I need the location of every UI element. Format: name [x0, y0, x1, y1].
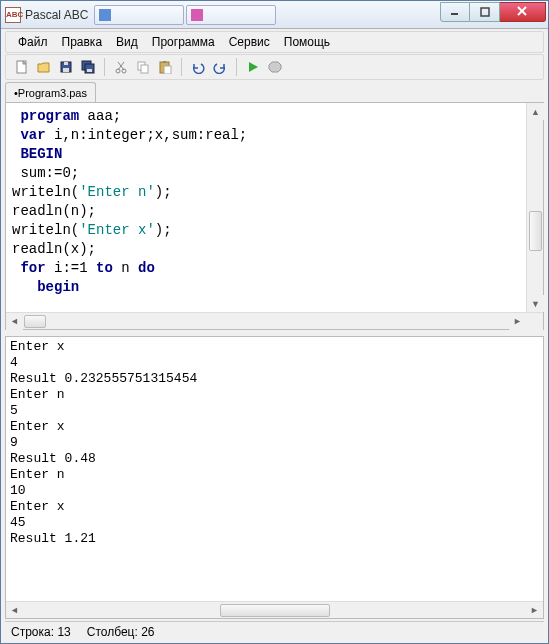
status-row: Строка: 13: [11, 625, 71, 639]
tab-label: [206, 9, 209, 21]
svg-rect-1: [481, 8, 489, 16]
copy-button[interactable]: [133, 57, 153, 77]
svg-rect-16: [141, 65, 148, 73]
scroll-thumb[interactable]: [220, 604, 330, 617]
row-value: 13: [57, 625, 70, 639]
app-icon: ABC: [5, 7, 21, 23]
scroll-right-icon[interactable]: ►: [526, 602, 543, 619]
menubar: Файл Правка Вид Программа Сервис Помощь: [5, 31, 544, 53]
tab-icon: [99, 9, 111, 21]
separator: [104, 58, 105, 76]
scroll-right-icon[interactable]: ►: [509, 313, 526, 330]
maximize-button[interactable]: [470, 2, 500, 22]
scroll-down-icon[interactable]: ▼: [527, 295, 544, 312]
close-button[interactable]: [500, 2, 546, 22]
file-tabs: •Program3.pas: [1, 80, 548, 102]
window-buttons: [440, 2, 546, 22]
svg-rect-10: [87, 69, 92, 72]
taskbar-tabs: [94, 5, 440, 25]
row-label: Строка:: [11, 625, 54, 639]
svg-rect-18: [163, 61, 166, 63]
file-tab[interactable]: •Program3.pas: [5, 82, 96, 102]
editor-hscroll[interactable]: ◄ ►: [6, 312, 543, 329]
scroll-thumb[interactable]: [24, 315, 46, 328]
statusbar: Строка: 13 Столбец: 26: [5, 621, 544, 641]
scroll-corner: [526, 313, 543, 330]
toolbar: [5, 54, 544, 80]
col-value: 26: [141, 625, 154, 639]
tab-label: [114, 9, 117, 21]
output-hscroll[interactable]: ◄ ►: [6, 601, 543, 618]
tab-icon: [191, 9, 203, 21]
open-button[interactable]: [34, 57, 54, 77]
redo-button[interactable]: [210, 57, 230, 77]
minimize-button[interactable]: [440, 2, 470, 22]
menu-view[interactable]: Вид: [110, 33, 144, 51]
scroll-left-icon[interactable]: ◄: [6, 602, 23, 619]
editor-pane: program aaa; var i,n:integer;x,sum:real;…: [5, 102, 544, 330]
editor-vscroll[interactable]: ▲ ▼: [526, 103, 543, 312]
window-title: Pascal ABC: [25, 8, 94, 22]
menu-help[interactable]: Помощь: [278, 33, 336, 51]
svg-rect-19: [164, 66, 171, 74]
undo-button[interactable]: [188, 57, 208, 77]
task-tab[interactable]: [186, 5, 276, 25]
paste-button[interactable]: [155, 57, 175, 77]
file-name: Program3.pas: [18, 87, 87, 99]
svg-rect-7: [64, 62, 68, 65]
run-button[interactable]: [243, 57, 263, 77]
col-label: Столбец:: [87, 625, 138, 639]
save-button[interactable]: [56, 57, 76, 77]
svg-rect-6: [63, 68, 69, 72]
scroll-up-icon[interactable]: ▲: [527, 103, 544, 120]
menu-service[interactable]: Сервис: [223, 33, 276, 51]
stop-button[interactable]: [265, 57, 285, 77]
output-pane: Enter x 4 Result 0.232555751315454 Enter…: [5, 336, 544, 619]
scroll-thumb[interactable]: [529, 211, 542, 251]
output-text[interactable]: Enter x 4 Result 0.232555751315454 Enter…: [6, 337, 543, 601]
separator: [236, 58, 237, 76]
task-tab[interactable]: [94, 5, 184, 25]
app-window: ABC Pascal ABC Файл Правка Вид Программа…: [0, 0, 549, 644]
new-button[interactable]: [12, 57, 32, 77]
scroll-left-icon[interactable]: ◄: [6, 313, 23, 330]
menu-file[interactable]: Файл: [12, 33, 54, 51]
menu-edit[interactable]: Правка: [56, 33, 109, 51]
menu-program[interactable]: Программа: [146, 33, 221, 51]
cut-button[interactable]: [111, 57, 131, 77]
status-col: Столбец: 26: [87, 625, 155, 639]
titlebar[interactable]: ABC Pascal ABC: [1, 1, 548, 29]
code-editor[interactable]: program aaa; var i,n:integer;x,sum:real;…: [6, 103, 543, 312]
saveall-button[interactable]: [78, 57, 98, 77]
separator: [181, 58, 182, 76]
